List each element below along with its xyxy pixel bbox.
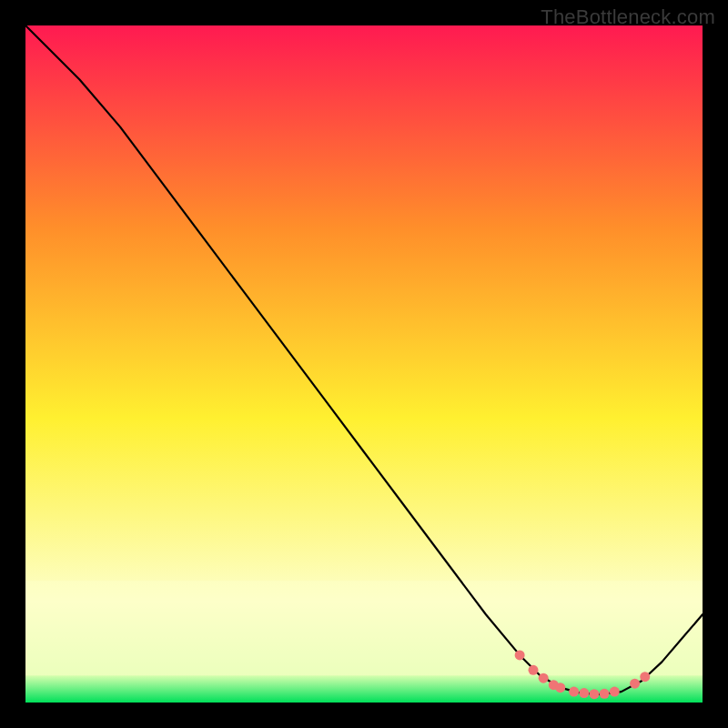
curve-marker	[640, 672, 650, 682]
curve-marker	[589, 689, 599, 699]
chart-frame: TheBottleneck.com	[0, 0, 728, 728]
plot-area	[25, 25, 703, 703]
curve-marker	[579, 688, 589, 698]
pale-band	[25, 581, 703, 675]
chart-svg	[25, 25, 703, 703]
curve-marker	[569, 687, 579, 697]
curve-marker	[600, 689, 610, 699]
curve-marker	[610, 687, 620, 697]
curve-marker	[555, 682, 565, 693]
curve-marker	[630, 679, 640, 689]
curve-marker	[515, 650, 525, 660]
curve-marker	[529, 665, 539, 675]
curve-marker	[539, 673, 549, 683]
